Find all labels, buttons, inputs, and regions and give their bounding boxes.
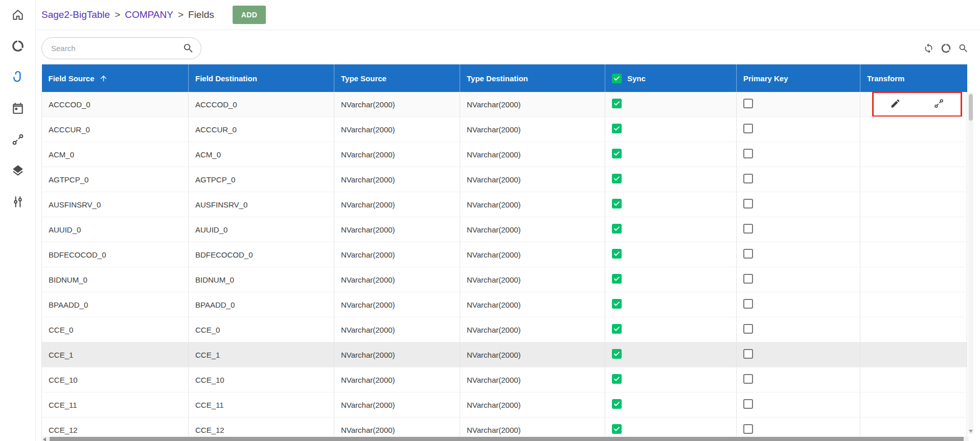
column-header-type-source[interactable]: Type Source: [334, 64, 460, 92]
cell-type-source: NVarchar(2000): [334, 167, 460, 192]
column-header-field-source[interactable]: Field Source: [42, 64, 189, 92]
cell-text: CCE_10: [49, 376, 78, 384]
primary-key-checkbox[interactable]: [743, 349, 753, 359]
primary-key-checkbox[interactable]: [743, 324, 753, 334]
primary-key-checkbox[interactable]: [743, 174, 753, 183]
cell-text: ACM_0: [49, 150, 74, 159]
column-header-primary-key[interactable]: Primary Key: [737, 64, 860, 92]
add-button[interactable]: ADD: [233, 6, 266, 24]
cell-text: NVarchar(2000): [341, 326, 395, 334]
cell-text: NVarchar(2000): [341, 376, 395, 384]
transform-icon: [933, 98, 944, 110]
main-content: Sage2-BigTable>COMPANY>Fields ADD: [36, 0, 980, 441]
sidebar-item-home[interactable]: [11, 8, 25, 21]
breadcrumb-link[interactable]: Sage2-BigTable: [41, 9, 110, 20]
cell-primary-key: [737, 217, 860, 242]
primary-key-checkbox[interactable]: [743, 99, 753, 108]
column-header-field-destination[interactable]: Field Destination: [189, 64, 334, 92]
table-row[interactable]: ACCCUR_0 ACCCUR_0 NVarchar(2000) NVarcha…: [42, 117, 967, 142]
search-icon[interactable]: [958, 43, 969, 54]
primary-key-checkbox[interactable]: [743, 299, 753, 309]
table-row[interactable]: AGTPCP_0 AGTPCP_0 NVarchar(2000) NVarcha…: [42, 167, 967, 192]
sidebar-item-dashboard[interactable]: [11, 39, 25, 53]
cell-text: ACCCOD_0: [49, 100, 90, 109]
horizontal-scrollbar[interactable]: [41, 436, 969, 441]
table-row[interactable]: AUUID_0 AUUID_0 NVarchar(2000) NVarchar(…: [42, 217, 967, 242]
sidebar-item-tuning[interactable]: [11, 195, 25, 208]
sync-checkbox[interactable]: [612, 224, 622, 234]
cell-field-destination: ACCCUR_0: [189, 117, 334, 142]
cell-text: AGTPCP_0: [49, 175, 88, 184]
cell-field-destination: AUSFINSRV_0: [189, 192, 334, 217]
primary-key-checkbox[interactable]: [743, 224, 753, 234]
primary-key-checkbox[interactable]: [743, 124, 753, 133]
table-row[interactable]: BIDNUM_0 BIDNUM_0 NVarchar(2000) NVarcha…: [42, 267, 967, 292]
breadcrumb-separator: >: [178, 9, 184, 20]
cell-text: BPAADD_0: [195, 300, 235, 309]
table-row[interactable]: BDFECOCOD_0 BDFECOCOD_0 NVarchar(2000) N…: [42, 242, 967, 267]
vertical-scrollbar[interactable]: [968, 92, 973, 434]
primary-key-checkbox[interactable]: [743, 374, 753, 384]
sidebar-item-schedule[interactable]: [11, 102, 25, 115]
table-row[interactable]: CCE_10 CCE_10 NVarchar(2000) NVarchar(20…: [42, 367, 967, 392]
table-row[interactable]: ACM_0 ACM_0 NVarchar(2000) NVarchar(2000…: [42, 142, 967, 167]
breadcrumb-link[interactable]: COMPANY: [125, 9, 173, 20]
primary-key-checkbox[interactable]: [743, 399, 753, 409]
sync-checkbox[interactable]: [612, 199, 622, 208]
cell-type-destination: NVarchar(2000): [460, 292, 605, 317]
table-row[interactable]: BPAADD_0 BPAADD_0 NVarchar(2000) NVarcha…: [42, 292, 967, 317]
sync-checkbox[interactable]: [612, 299, 622, 309]
cell-field-destination: CCE_0: [189, 317, 334, 342]
sync-checkbox[interactable]: [612, 324, 622, 334]
sync-checkbox[interactable]: [612, 274, 622, 284]
scroll-down-arrow-icon[interactable]: [969, 430, 973, 433]
horizontal-scrollbar-thumb[interactable]: [50, 437, 964, 441]
sidebar-item-layers[interactable]: [11, 164, 25, 177]
cell-field-source: AUSFINSRV_0: [42, 192, 189, 217]
search-icon[interactable]: [183, 42, 194, 54]
cell-transform: [860, 142, 967, 167]
edit-transform-button[interactable]: [883, 95, 908, 113]
scroll-left-arrow-icon[interactable]: [43, 437, 46, 441]
primary-key-checkbox[interactable]: [743, 249, 753, 259]
table-row[interactable]: CCE_11 CCE_11 NVarchar(2000) NVarchar(20…: [42, 392, 967, 417]
pie-chart-icon[interactable]: [941, 43, 951, 54]
column-header-type-destination[interactable]: Type Destination: [460, 64, 605, 92]
cell-type-source: NVarchar(2000): [334, 317, 460, 342]
cell-type-source: NVarchar(2000): [334, 142, 460, 167]
cell-text: BPAADD_0: [49, 300, 88, 309]
search-input[interactable]: [51, 44, 177, 53]
sync-all-checkbox[interactable]: [612, 74, 622, 83]
sync-checkbox[interactable]: [612, 149, 622, 158]
column-header-sync[interactable]: Sync: [605, 64, 737, 92]
cell-sync: [605, 342, 737, 367]
primary-key-checkbox[interactable]: [743, 149, 753, 158]
cell-text: NVarchar(2000): [341, 200, 395, 209]
sync-checkbox[interactable]: [612, 124, 622, 133]
sync-checkbox[interactable]: [612, 424, 622, 434]
table-row[interactable]: AUSFINSRV_0 AUSFINSRV_0 NVarchar(2000) N…: [42, 192, 967, 217]
cell-transform: [860, 317, 967, 342]
sync-checkbox[interactable]: [612, 249, 622, 259]
sync-checkbox[interactable]: [612, 349, 622, 359]
sidebar-item-transform[interactable]: [11, 133, 25, 146]
cell-transform: [860, 92, 967, 117]
sidebar-item-connections[interactable]: [11, 71, 25, 84]
sync-checkbox[interactable]: [612, 174, 622, 183]
vertical-scrollbar-thumb[interactable]: [969, 94, 973, 121]
cell-primary-key: [737, 117, 860, 142]
breadcrumb-separator: >: [115, 9, 120, 20]
sync-checkbox[interactable]: [612, 99, 622, 108]
table-row[interactable]: ACCCOD_0 ACCCOD_0 NVarchar(2000) NVarcha…: [42, 92, 967, 117]
table-row[interactable]: CCE_1 CCE_1 NVarchar(2000) NVarchar(2000…: [42, 342, 967, 367]
refresh-icon[interactable]: [923, 43, 934, 54]
sync-checkbox[interactable]: [612, 374, 622, 384]
table-row[interactable]: CCE_0 CCE_0 NVarchar(2000) NVarchar(2000…: [42, 317, 967, 342]
run-transform-button[interactable]: [927, 95, 951, 113]
column-header-transform[interactable]: Transform: [860, 64, 967, 92]
sync-checkbox[interactable]: [612, 399, 622, 409]
primary-key-checkbox[interactable]: [743, 199, 753, 208]
cell-primary-key: [737, 167, 860, 192]
primary-key-checkbox[interactable]: [743, 274, 753, 284]
primary-key-checkbox[interactable]: [743, 424, 753, 434]
